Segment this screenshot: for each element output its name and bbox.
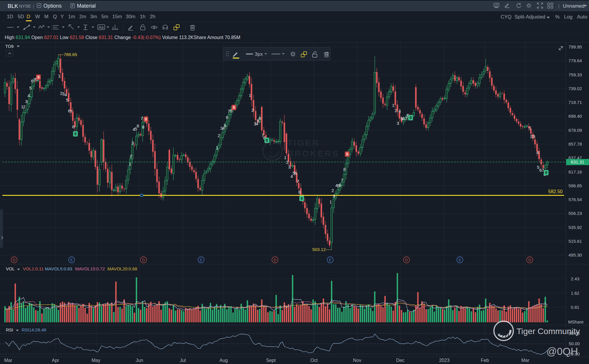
svg-text:3: 3 bbox=[533, 134, 535, 139]
svg-text:5D: 5D bbox=[18, 14, 24, 19]
svg-text:5: 5 bbox=[29, 85, 32, 90]
svg-text:6: 6 bbox=[295, 171, 297, 176]
svg-text:5m: 5m bbox=[101, 14, 108, 19]
svg-text:Aug: Aug bbox=[220, 358, 228, 363]
svg-text:Mar: Mar bbox=[521, 358, 529, 363]
svg-text:5: 5 bbox=[66, 97, 68, 102]
svg-text:7: 7 bbox=[70, 109, 72, 114]
svg-text:5: 5 bbox=[224, 123, 226, 128]
svg-text:May: May bbox=[92, 358, 100, 363]
svg-text:718.71: 718.71 bbox=[568, 100, 582, 105]
svg-text:Split-Adjusted: Split-Adjusted bbox=[514, 14, 545, 20]
svg-text:|: | bbox=[33, 4, 34, 9]
svg-text:739.02: 739.02 bbox=[568, 86, 582, 91]
svg-text:0.81: 0.81 bbox=[571, 305, 579, 310]
svg-text:576.54: 576.54 bbox=[568, 197, 582, 202]
svg-text:Material: Material bbox=[77, 3, 96, 9]
svg-text:Feb: Feb bbox=[481, 358, 489, 363]
svg-text:6: 6 bbox=[402, 116, 405, 121]
svg-text:596.85: 596.85 bbox=[568, 183, 582, 188]
svg-text:@0QH: @0QH bbox=[546, 346, 578, 357]
svg-text:Q: Q bbox=[53, 14, 57, 19]
svg-text:8: 8 bbox=[298, 190, 301, 195]
svg-text:7: 7 bbox=[141, 116, 143, 121]
svg-text:779.64: 779.64 bbox=[568, 58, 582, 63]
svg-text:D: D bbox=[27, 14, 30, 19]
svg-text:535.92: 535.92 bbox=[568, 225, 582, 230]
svg-text:TD9: TD9 bbox=[5, 44, 13, 49]
svg-text:631.31: 631.31 bbox=[571, 159, 584, 164]
svg-text:Log: Log bbox=[564, 14, 572, 20]
svg-text:M: M bbox=[44, 14, 48, 19]
svg-text:W: W bbox=[35, 14, 40, 19]
svg-text:1: 1 bbox=[284, 155, 286, 160]
svg-text:4: 4 bbox=[536, 150, 539, 155]
svg-text:2h: 2h bbox=[150, 14, 156, 19]
svg-text:9: 9 bbox=[346, 152, 348, 156]
svg-text:3: 3 bbox=[25, 99, 28, 104]
svg-text:3: 3 bbox=[288, 164, 291, 169]
svg-text:1m: 1m bbox=[68, 14, 75, 19]
svg-text:VOL1:0.11: VOL1:0.11 bbox=[23, 266, 44, 271]
svg-text:4: 4 bbox=[399, 109, 401, 114]
svg-text:3px: 3px bbox=[255, 51, 263, 57]
svg-text:MAVOL20:0.68: MAVOL20:0.68 bbox=[107, 266, 137, 271]
svg-text:BROKERS: BROKERS bbox=[287, 149, 339, 158]
svg-text:9: 9 bbox=[266, 138, 268, 143]
svg-text:Apr: Apr bbox=[52, 358, 60, 363]
svg-text:TIGER: TIGER bbox=[287, 138, 320, 148]
svg-text:1: 1 bbox=[249, 93, 251, 98]
svg-text:8: 8 bbox=[142, 124, 144, 129]
svg-text:4: 4 bbox=[28, 93, 30, 98]
svg-text:Unnamed: Unnamed bbox=[563, 3, 585, 9]
svg-text:1: 1 bbox=[129, 161, 131, 166]
svg-text:617.16: 617.16 bbox=[568, 169, 582, 174]
svg-text:30m: 30m bbox=[126, 14, 135, 19]
svg-text:2: 2 bbox=[286, 160, 288, 165]
svg-text:495.30: 495.30 bbox=[568, 252, 582, 257]
svg-text:MAVOL10:0.72: MAVOL10:0.72 bbox=[75, 266, 105, 271]
svg-text:1: 1 bbox=[392, 103, 394, 108]
svg-text:9: 9 bbox=[301, 196, 303, 201]
svg-text:D: D bbox=[13, 258, 15, 262]
svg-text:D: D bbox=[528, 258, 531, 262]
svg-text:9: 9 bbox=[74, 132, 77, 136]
svg-text:Auto: Auto bbox=[577, 14, 587, 20]
svg-text:582.50: 582.50 bbox=[548, 189, 563, 194]
svg-text:6: 6 bbox=[137, 123, 139, 128]
svg-text:1: 1 bbox=[216, 145, 218, 150]
svg-text:7: 7 bbox=[297, 179, 299, 184]
svg-text:1h: 1h bbox=[140, 14, 146, 19]
svg-text:2023: 2023 bbox=[439, 358, 450, 363]
svg-text:MAVOL5:0.83: MAVOL5:0.83 bbox=[45, 266, 72, 271]
svg-text:657.78: 657.78 bbox=[568, 141, 582, 146]
svg-text:698.40: 698.40 bbox=[568, 114, 582, 119]
svg-text:%: % bbox=[555, 14, 560, 20]
svg-text:678.09: 678.09 bbox=[568, 128, 582, 133]
svg-text:7: 7 bbox=[341, 178, 343, 183]
svg-text:2m: 2m bbox=[79, 14, 86, 19]
svg-text:E: E bbox=[329, 258, 332, 262]
svg-text:6: 6 bbox=[226, 115, 228, 120]
svg-text:759.33: 759.33 bbox=[568, 72, 582, 77]
svg-text:3: 3 bbox=[397, 121, 399, 126]
svg-text:CYQ: CYQ bbox=[501, 14, 512, 20]
svg-text:8: 8 bbox=[72, 124, 75, 129]
svg-text:6: 6 bbox=[259, 116, 261, 121]
svg-text:9: 9 bbox=[545, 170, 547, 175]
svg-text:9: 9 bbox=[37, 75, 40, 80]
svg-text:Oct: Oct bbox=[310, 358, 318, 363]
svg-text:E: E bbox=[200, 258, 202, 262]
svg-text:MShare: MShare bbox=[568, 319, 584, 324]
svg-text:2: 2 bbox=[395, 108, 397, 113]
svg-text:Jun: Jun bbox=[136, 358, 143, 363]
svg-text:4: 4 bbox=[65, 92, 67, 97]
svg-text:2: 2 bbox=[130, 154, 132, 159]
svg-text:Options: Options bbox=[43, 3, 62, 9]
svg-text:Y: Y bbox=[60, 14, 64, 19]
svg-text:Sept: Sept bbox=[266, 358, 276, 363]
svg-text:Dec: Dec bbox=[396, 358, 404, 363]
svg-text:2.43: 2.43 bbox=[571, 276, 579, 281]
svg-text:BLK: BLK bbox=[8, 3, 18, 9]
svg-text:3: 3 bbox=[131, 140, 134, 145]
